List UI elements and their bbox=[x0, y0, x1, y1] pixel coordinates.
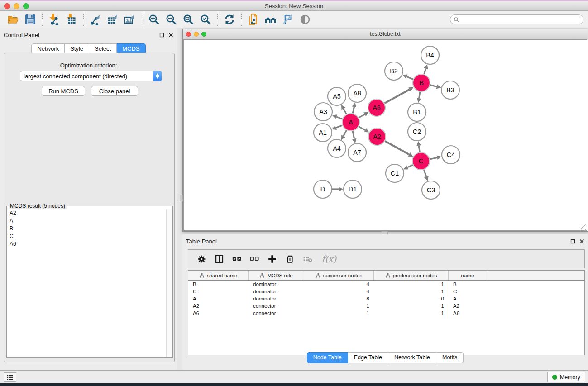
graph-node-A7[interactable]: A7 bbox=[348, 143, 366, 162]
bottom-divider-handle[interactable] bbox=[382, 231, 388, 234]
edge-A-A5[interactable] bbox=[344, 109, 347, 114]
show-details-icon[interactable] bbox=[296, 12, 314, 27]
add-icon[interactable] bbox=[266, 253, 278, 265]
graph-node-C2[interactable]: C2 bbox=[408, 123, 426, 141]
mcds-result-item[interactable]: A bbox=[7, 217, 166, 224]
table-row[interactable]: Adominator80A bbox=[188, 295, 584, 302]
check-all-icon[interactable] bbox=[231, 253, 243, 265]
uncheck-all-icon[interactable] bbox=[249, 253, 260, 265]
edge-B-B4[interactable] bbox=[424, 69, 426, 74]
edge-A-A1[interactable] bbox=[336, 125, 342, 128]
edge-arrowhead bbox=[424, 176, 428, 181]
panels-menu-button[interactable] bbox=[4, 372, 16, 382]
search-input[interactable] bbox=[450, 14, 583, 24]
edge-A-A2[interactable] bbox=[359, 127, 365, 130]
export-network-icon[interactable] bbox=[87, 12, 104, 27]
zoom-out-icon[interactable] bbox=[163, 12, 180, 27]
graph-node-C3[interactable]: C3 bbox=[422, 181, 440, 199]
edge-A-A7[interactable] bbox=[353, 131, 354, 139]
close-table-panel-icon[interactable] bbox=[579, 239, 584, 244]
column-header-name[interactable]: name bbox=[449, 271, 487, 280]
table-cell: 0 bbox=[374, 296, 449, 301]
graph-node-B2[interactable]: B2 bbox=[385, 62, 403, 80]
column-header-MCDS-role[interactable]: MCDS role bbox=[249, 271, 304, 280]
graph-node-C4[interactable]: C4 bbox=[442, 146, 460, 164]
memory-button[interactable]: Memory bbox=[547, 372, 585, 382]
table-row[interactable]: A6connector11A6 bbox=[188, 310, 584, 317]
table-row[interactable]: Bdominator41B bbox=[188, 281, 584, 288]
graph-node-B[interactable]: B bbox=[413, 74, 430, 91]
edge-A-A8[interactable] bbox=[353, 107, 354, 113]
save-session-icon[interactable] bbox=[22, 12, 39, 27]
close-panel-button[interactable]: Close panel bbox=[91, 86, 138, 96]
graph-node-A1[interactable]: A1 bbox=[314, 124, 332, 142]
zoom-selected-icon[interactable] bbox=[197, 12, 214, 27]
edge-A-A3[interactable] bbox=[336, 117, 342, 119]
graph-node-D1[interactable]: D1 bbox=[344, 180, 362, 198]
export-image-icon[interactable] bbox=[121, 12, 139, 27]
edge-B-B1[interactable] bbox=[419, 92, 420, 99]
first-neighbors-icon[interactable] bbox=[262, 12, 279, 27]
refresh-layout-icon[interactable] bbox=[221, 12, 238, 27]
graph-node-B1[interactable]: B1 bbox=[408, 103, 426, 121]
float-table-panel-icon[interactable] bbox=[570, 239, 575, 244]
column-header-predecessor-nodes[interactable]: predecessor nodes bbox=[374, 271, 449, 280]
node-label: C4 bbox=[447, 151, 455, 158]
tab-network-table[interactable]: Network Table bbox=[388, 352, 436, 363]
clone-network-icon[interactable] bbox=[245, 12, 262, 27]
table-row[interactable]: Cdominator41C bbox=[188, 288, 584, 295]
edge-C-C3[interactable] bbox=[424, 170, 426, 177]
graph-node-A3[interactable]: A3 bbox=[314, 103, 332, 121]
graph-node-A5[interactable]: A5 bbox=[328, 87, 346, 105]
gear-icon[interactable] bbox=[196, 253, 207, 265]
graph-node-A6[interactable]: A6 bbox=[368, 99, 385, 116]
network-graph[interactable]: AA1A2A3A4A5A6A7A8BB1B2B3B4CC1C2C3C4DD1 bbox=[184, 40, 587, 230]
zoom-fit-icon[interactable] bbox=[180, 12, 197, 27]
float-panel-icon[interactable] bbox=[159, 33, 164, 38]
export-table-icon[interactable] bbox=[104, 12, 121, 27]
graph-node-C[interactable]: C bbox=[412, 152, 430, 170]
hide-selected-icon[interactable] bbox=[279, 12, 296, 27]
tab-edge-table[interactable]: Edge Table bbox=[348, 352, 388, 363]
zoom-in-icon[interactable] bbox=[145, 12, 163, 27]
edge-A-A6[interactable] bbox=[359, 114, 364, 118]
column-header-successor-nodes[interactable]: successor nodes bbox=[304, 271, 374, 280]
edge-A2-C[interactable] bbox=[385, 141, 409, 155]
left-divider-handle[interactable] bbox=[180, 195, 183, 201]
edge-A6-B[interactable] bbox=[384, 90, 409, 104]
edge-C-C2[interactable] bbox=[419, 146, 420, 152]
resize-grip-icon[interactable] bbox=[581, 224, 587, 230]
graph-node-A8[interactable]: A8 bbox=[348, 84, 366, 102]
network-window-titlebar[interactable]: testGlobe.txt bbox=[183, 29, 588, 39]
graph-node-B4[interactable]: B4 bbox=[421, 46, 439, 64]
columns-icon[interactable] bbox=[213, 253, 225, 265]
graph-node-D[interactable]: D bbox=[314, 180, 332, 198]
edge-C-C4[interactable] bbox=[430, 157, 437, 159]
mcds-result-item[interactable]: A2 bbox=[7, 209, 166, 217]
network-canvas[interactable]: AA1A2A3A4A5A6A7A8BB1B2B3B4CC1C2C3C4DD1 bbox=[183, 39, 587, 231]
graph-node-B3[interactable]: B3 bbox=[441, 81, 459, 99]
run-mcds-button[interactable]: Run MCDS bbox=[42, 86, 85, 96]
edge-B-B2[interactable] bbox=[407, 76, 413, 79]
table-row[interactable]: A2connector11A2 bbox=[188, 302, 584, 310]
open-file-icon[interactable] bbox=[5, 12, 22, 27]
column-header-shared-name[interactable]: shared name bbox=[188, 271, 249, 280]
criterion-dropdown[interactable]: largest connected component (directed) bbox=[20, 71, 162, 81]
tab-node-table[interactable]: Node Table bbox=[307, 352, 348, 363]
mcds-result-item[interactable]: B bbox=[7, 224, 166, 232]
graph-node-C1[interactable]: C1 bbox=[386, 164, 404, 182]
delete-icon[interactable] bbox=[284, 253, 296, 265]
import-table-icon[interactable] bbox=[63, 12, 80, 27]
edge-B-B3[interactable] bbox=[430, 85, 437, 87]
edge-C-C1[interactable] bbox=[407, 165, 413, 167]
graph-node-A2[interactable]: A2 bbox=[368, 128, 386, 145]
tab-motifs[interactable]: Motifs bbox=[436, 352, 464, 363]
close-panel-icon[interactable] bbox=[168, 33, 173, 38]
graph-node-A[interactable]: A bbox=[342, 114, 359, 131]
import-network-icon[interactable] bbox=[46, 12, 63, 27]
edge-A-A4[interactable] bbox=[344, 130, 347, 136]
mcds-result-item[interactable]: A6 bbox=[7, 240, 166, 248]
graph-node-A4[interactable]: A4 bbox=[328, 139, 346, 157]
mcds-result-item[interactable]: C bbox=[7, 232, 166, 240]
mcds-list-scrollbar[interactable] bbox=[166, 209, 172, 357]
